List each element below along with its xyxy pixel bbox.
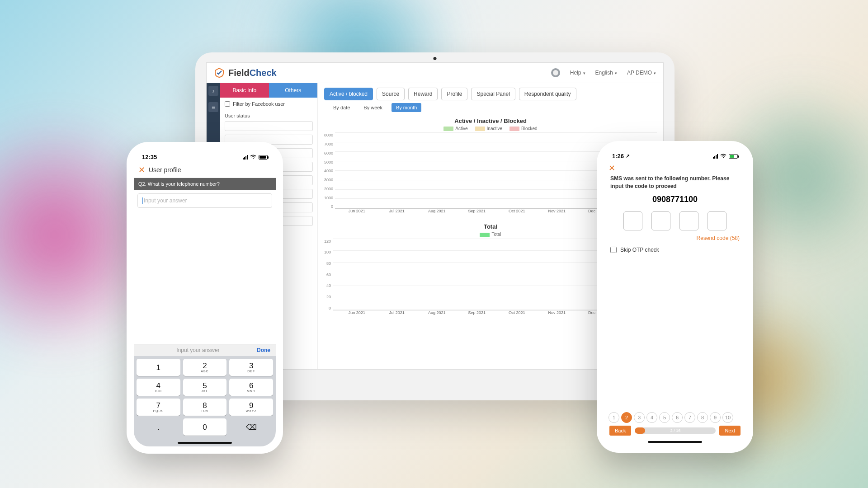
clock: 12:35 [142, 154, 157, 160]
phone-left-mockup: 12:35 ✕ User profile Q2. What is your te… [127, 142, 283, 454]
tab-source[interactable]: Source [377, 88, 405, 100]
keypad-4[interactable]: 4GHI [137, 379, 180, 396]
rail-expand-button[interactable]: › [208, 86, 218, 96]
signal-icon [243, 155, 248, 160]
status-icons [713, 154, 738, 159]
close-icon[interactable]: ✕ [609, 164, 615, 173]
wifi-icon [720, 154, 726, 159]
keyboard-done-button[interactable]: Done [257, 347, 270, 353]
clock: 1:26 [612, 153, 624, 160]
chart1-title: Active / Inactive / Blocked [324, 117, 657, 124]
progress-bar: 2 / 16 [635, 427, 716, 434]
skip-otp-row[interactable]: Skip OTP check [604, 241, 746, 258]
keypad-dot[interactable]: . [137, 418, 180, 436]
otp-digit-4[interactable] [708, 211, 726, 230]
header-right: Help▾ English▾ AP DEMO▾ [551, 68, 656, 77]
subtab-by-month[interactable]: By month [392, 103, 421, 112]
tab-special-panel[interactable]: Special Panel [471, 88, 515, 100]
question-text: Q2. What is your telephone number? [134, 178, 276, 190]
keypad-7[interactable]: 7PQRS [137, 399, 180, 416]
keypad-backspace[interactable]: ⌫ [229, 418, 273, 436]
filter-facebook-user[interactable]: Filter by Facebook user [220, 98, 317, 110]
home-indicator [648, 441, 702, 443]
step-dot-4[interactable]: 4 [646, 412, 657, 423]
rail-menu-button[interactable]: ≡ [208, 102, 218, 112]
status-bar: 1:26 ↗ [604, 148, 746, 161]
status-bar: 12:35 [134, 149, 276, 162]
resend-code-link[interactable]: Resend code (58) [604, 235, 746, 241]
tab-active-blocked[interactable]: Active / blocked [324, 88, 373, 100]
step-dot-7[interactable]: 7 [684, 412, 695, 423]
chart2-yaxis: 120100806040200 [324, 239, 333, 310]
profile-title: User profile [149, 166, 181, 174]
keypad-1[interactable]: 1 [137, 359, 180, 376]
tenant-menu[interactable]: AP DEMO▾ [627, 70, 656, 76]
back-button[interactable]: Back [609, 426, 631, 436]
battery-icon [259, 155, 268, 160]
keypad-9[interactable]: 9WXYZ [229, 399, 273, 416]
keypad-6[interactable]: 6MNO [229, 379, 273, 396]
step-dot-3[interactable]: 3 [634, 412, 645, 423]
help-menu[interactable]: Help▾ [570, 70, 585, 76]
keypad-zero[interactable]: 0 [183, 418, 227, 436]
step-dot-9[interactable]: 9 [710, 412, 721, 423]
step-dot-2[interactable]: 2 [621, 412, 632, 423]
phone-right-mockup: 1:26 ↗ ✕ SMS was sent to the following n… [597, 141, 753, 453]
step-dot-5[interactable]: 5 [659, 412, 670, 423]
tab-profile[interactable]: Profile [441, 88, 467, 100]
leftpanel-tab-basic[interactable]: Basic Info [220, 83, 269, 98]
step-dot-8[interactable]: 8 [697, 412, 708, 423]
subtab-by-week[interactable]: By week [359, 103, 387, 112]
chart1-legend: ActiveInactiveBlocked [324, 126, 657, 131]
brand: FieldCheck [214, 67, 277, 78]
otp-message: SMS was sent to the following number. Pl… [604, 175, 746, 190]
otp-digit-3[interactable] [679, 211, 698, 230]
status-icons [243, 155, 268, 160]
leftpanel-tab-others[interactable]: Others [269, 83, 318, 98]
otp-inputs [604, 211, 746, 230]
home-indicator [178, 442, 232, 444]
keyboard-toolbar: Input your answer Done [134, 344, 276, 356]
keyboard-hint: Input your answer [139, 347, 257, 353]
progress-label: 2 / 16 [635, 427, 716, 434]
skip-otp-checkbox[interactable] [610, 247, 617, 253]
language-menu[interactable]: English▾ [595, 70, 617, 76]
profile-header: ✕ User profile [134, 162, 276, 178]
brand-first: Field [228, 68, 250, 78]
keypad-2[interactable]: 2ABC [183, 359, 227, 376]
subtab-bar: By date By week By month [324, 103, 657, 112]
battery-icon [729, 154, 738, 159]
otp-digit-1[interactable] [623, 211, 642, 230]
location-icon: ↗ [626, 153, 630, 159]
user-status-label: User status [220, 110, 317, 119]
tab-reward[interactable]: Reward [408, 88, 438, 100]
keypad-3[interactable]: 3DEF [229, 359, 273, 376]
numeric-keypad: 12ABC3DEF4GHI5JKL6MNO7PQRS8TUV9WXYZ [134, 356, 276, 418]
next-button[interactable]: Next [719, 426, 741, 436]
notifications-icon[interactable] [551, 68, 560, 77]
answer-input[interactable]: Input your answer [137, 193, 272, 208]
keypad-8[interactable]: 8TUV [183, 399, 227, 416]
otp-phone-number: 0908771100 [604, 195, 746, 204]
step-dot-6[interactable]: 6 [672, 412, 683, 423]
step-dot-1[interactable]: 1 [609, 412, 619, 423]
tab-respondent-quality[interactable]: Respondent quality [519, 88, 576, 100]
camera-dot [434, 57, 437, 60]
subtab-by-date[interactable]: By date [329, 103, 354, 112]
main-tabbar: Active / blocked Source Reward Profile S… [324, 88, 657, 100]
chart1-yaxis: 800070006000500040003000200010000 [324, 133, 335, 209]
step-dot-10[interactable]: 10 [722, 412, 733, 423]
otp-digit-2[interactable] [651, 211, 670, 230]
step-dots: 12345678910 [607, 412, 743, 426]
brand-second: Check [250, 68, 277, 78]
logo-icon [214, 67, 225, 78]
filter-field-1[interactable] [225, 121, 313, 131]
signal-icon [713, 154, 718, 159]
filter-facebook-checkbox[interactable] [225, 101, 230, 107]
wizard-footer: 12345678910 Back 2 / 16 Next [604, 409, 746, 446]
app-header: FieldCheck Help▾ English▾ AP DEMO▾ [207, 63, 663, 83]
keypad-5[interactable]: 5JKL [183, 379, 227, 396]
wifi-icon [250, 155, 256, 160]
close-icon[interactable]: ✕ [138, 165, 145, 175]
